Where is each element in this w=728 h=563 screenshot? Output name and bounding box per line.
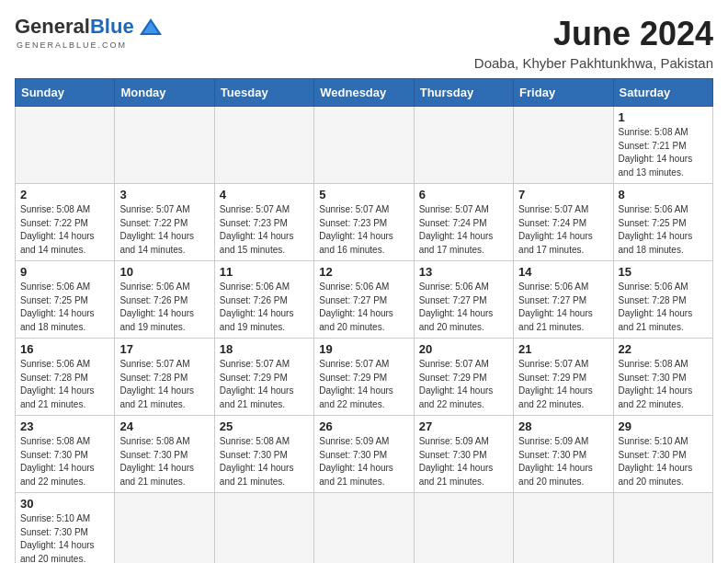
day-cell: [514, 493, 613, 564]
day-number: 18: [220, 342, 309, 356]
day-info: Sunrise: 5:06 AM Sunset: 7:27 PM Dayligh…: [419, 281, 508, 334]
day-cell: 25Sunrise: 5:08 AM Sunset: 7:30 PM Dayli…: [214, 416, 313, 493]
day-cell: 20Sunrise: 5:07 AM Sunset: 7:29 PM Dayli…: [414, 339, 513, 416]
day-cell: 30Sunrise: 5:10 AM Sunset: 7:30 PM Dayli…: [16, 493, 115, 564]
day-cell: 6Sunrise: 5:07 AM Sunset: 7:24 PM Daylig…: [414, 184, 513, 261]
day-cell: 27Sunrise: 5:09 AM Sunset: 7:30 PM Dayli…: [414, 416, 513, 493]
day-info: Sunrise: 5:09 AM Sunset: 7:30 PM Dayligh…: [518, 435, 608, 488]
day-info: Sunrise: 5:07 AM Sunset: 7:29 PM Dayligh…: [220, 358, 309, 411]
day-cell: 2Sunrise: 5:08 AM Sunset: 7:22 PM Daylig…: [16, 184, 115, 261]
day-info: Sunrise: 5:08 AM Sunset: 7:21 PM Dayligh…: [619, 126, 708, 179]
logo-icon: [138, 17, 164, 37]
day-cell: 15Sunrise: 5:06 AM Sunset: 7:28 PM Dayli…: [613, 261, 712, 339]
day-info: Sunrise: 5:07 AM Sunset: 7:29 PM Dayligh…: [518, 358, 608, 411]
day-info: Sunrise: 5:07 AM Sunset: 7:24 PM Dayligh…: [419, 203, 508, 257]
day-cell: 24Sunrise: 5:08 AM Sunset: 7:30 PM Dayli…: [115, 416, 214, 493]
day-cell: 17Sunrise: 5:07 AM Sunset: 7:28 PM Dayli…: [115, 339, 214, 416]
day-cell: 18Sunrise: 5:07 AM Sunset: 7:29 PM Dayli…: [214, 339, 313, 416]
day-info: Sunrise: 5:08 AM Sunset: 7:22 PM Dayligh…: [20, 203, 109, 257]
day-number: 1: [619, 110, 708, 124]
day-info: Sunrise: 5:07 AM Sunset: 7:23 PM Dayligh…: [319, 203, 408, 257]
day-number: 9: [20, 265, 109, 279]
day-info: Sunrise: 5:08 AM Sunset: 7:30 PM Dayligh…: [20, 435, 109, 488]
day-cell: 1Sunrise: 5:08 AM Sunset: 7:21 PM Daylig…: [613, 107, 712, 184]
day-number: 24: [119, 419, 209, 433]
day-number: 25: [220, 419, 309, 433]
day-cell: 16Sunrise: 5:06 AM Sunset: 7:28 PM Dayli…: [16, 339, 115, 416]
logo: General Blue GENERALBLUE.COM: [15, 15, 164, 50]
week-row-5: 23Sunrise: 5:08 AM Sunset: 7:30 PM Dayli…: [16, 416, 713, 493]
header: General Blue GENERALBLUE.COM June 2024 D…: [15, 15, 713, 71]
day-number: 4: [220, 188, 309, 201]
day-number: 8: [619, 188, 708, 201]
week-row-1: 1Sunrise: 5:08 AM Sunset: 7:21 PM Daylig…: [16, 107, 713, 184]
day-number: 19: [319, 342, 408, 356]
day-cell: [514, 107, 613, 184]
day-number: 16: [20, 342, 109, 356]
weekday-header-row: SundayMondayTuesdayWednesdayThursdayFrid…: [16, 79, 713, 107]
day-cell: [414, 493, 513, 564]
day-cell: 5Sunrise: 5:07 AM Sunset: 7:23 PM Daylig…: [314, 184, 414, 261]
logo-tagline: GENERALBLUE.COM: [17, 40, 127, 50]
day-cell: [314, 493, 414, 564]
day-cell: [214, 107, 313, 184]
weekday-header-tuesday: Tuesday: [214, 79, 313, 107]
day-info: Sunrise: 5:07 AM Sunset: 7:24 PM Dayligh…: [518, 203, 608, 257]
day-cell: [613, 493, 712, 564]
day-cell: 11Sunrise: 5:06 AM Sunset: 7:26 PM Dayli…: [214, 261, 313, 339]
day-number: 13: [419, 265, 508, 279]
weekday-header-sunday: Sunday: [16, 79, 115, 107]
logo-blue-text: Blue: [90, 15, 134, 39]
day-info: Sunrise: 5:09 AM Sunset: 7:30 PM Dayligh…: [419, 435, 508, 488]
day-info: Sunrise: 5:06 AM Sunset: 7:26 PM Dayligh…: [119, 281, 209, 334]
day-info: Sunrise: 5:06 AM Sunset: 7:25 PM Dayligh…: [619, 203, 708, 257]
week-row-2: 2Sunrise: 5:08 AM Sunset: 7:22 PM Daylig…: [16, 184, 713, 261]
day-cell: 23Sunrise: 5:08 AM Sunset: 7:30 PM Dayli…: [16, 416, 115, 493]
day-info: Sunrise: 5:06 AM Sunset: 7:27 PM Dayligh…: [518, 281, 608, 334]
day-number: 17: [119, 342, 209, 356]
day-cell: 8Sunrise: 5:06 AM Sunset: 7:25 PM Daylig…: [613, 184, 712, 261]
day-cell: 29Sunrise: 5:10 AM Sunset: 7:30 PM Dayli…: [613, 416, 712, 493]
day-info: Sunrise: 5:06 AM Sunset: 7:25 PM Dayligh…: [20, 281, 109, 334]
weekday-header-saturday: Saturday: [613, 79, 712, 107]
day-number: 30: [20, 497, 109, 511]
day-cell: 9Sunrise: 5:06 AM Sunset: 7:25 PM Daylig…: [16, 261, 115, 339]
day-number: 2: [20, 188, 109, 201]
title-area: June 2024 Doaba, Khyber Pakhtunkhwa, Pak…: [474, 15, 713, 71]
calendar-subtitle: Doaba, Khyber Pakhtunkhwa, Pakistan: [474, 55, 713, 71]
day-info: Sunrise: 5:07 AM Sunset: 7:29 PM Dayligh…: [319, 358, 408, 411]
weekday-header-wednesday: Wednesday: [314, 79, 414, 107]
day-number: 3: [119, 188, 209, 201]
day-cell: 28Sunrise: 5:09 AM Sunset: 7:30 PM Dayli…: [514, 416, 613, 493]
day-info: Sunrise: 5:08 AM Sunset: 7:30 PM Dayligh…: [119, 435, 209, 488]
day-info: Sunrise: 5:09 AM Sunset: 7:30 PM Dayligh…: [319, 435, 408, 488]
day-info: Sunrise: 5:06 AM Sunset: 7:27 PM Dayligh…: [319, 281, 408, 334]
day-cell: 14Sunrise: 5:06 AM Sunset: 7:27 PM Dayli…: [514, 261, 613, 339]
day-cell: 21Sunrise: 5:07 AM Sunset: 7:29 PM Dayli…: [514, 339, 613, 416]
day-number: 6: [419, 188, 508, 201]
day-number: 22: [619, 342, 708, 356]
day-cell: [115, 107, 214, 184]
day-number: 28: [518, 419, 608, 433]
day-info: Sunrise: 5:08 AM Sunset: 7:30 PM Dayligh…: [619, 358, 708, 411]
weekday-header-thursday: Thursday: [414, 79, 513, 107]
day-number: 14: [518, 265, 608, 279]
week-row-4: 16Sunrise: 5:06 AM Sunset: 7:28 PM Dayli…: [16, 339, 713, 416]
day-cell: 4Sunrise: 5:07 AM Sunset: 7:23 PM Daylig…: [214, 184, 313, 261]
day-number: 10: [119, 265, 209, 279]
logo-general-text: General: [15, 15, 90, 39]
week-row-3: 9Sunrise: 5:06 AM Sunset: 7:25 PM Daylig…: [16, 261, 713, 339]
day-cell: [414, 107, 513, 184]
day-info: Sunrise: 5:07 AM Sunset: 7:29 PM Dayligh…: [419, 358, 508, 411]
day-cell: 13Sunrise: 5:06 AM Sunset: 7:27 PM Dayli…: [414, 261, 513, 339]
day-cell: [16, 107, 115, 184]
day-info: Sunrise: 5:07 AM Sunset: 7:22 PM Dayligh…: [119, 203, 209, 257]
day-cell: 12Sunrise: 5:06 AM Sunset: 7:27 PM Dayli…: [314, 261, 414, 339]
calendar-title: June 2024: [474, 15, 713, 53]
day-cell: 22Sunrise: 5:08 AM Sunset: 7:30 PM Dayli…: [613, 339, 712, 416]
week-row-6: 30Sunrise: 5:10 AM Sunset: 7:30 PM Dayli…: [16, 493, 713, 564]
day-cell: [214, 493, 313, 564]
day-number: 11: [220, 265, 309, 279]
day-info: Sunrise: 5:06 AM Sunset: 7:26 PM Dayligh…: [220, 281, 309, 334]
day-number: 29: [619, 419, 708, 433]
